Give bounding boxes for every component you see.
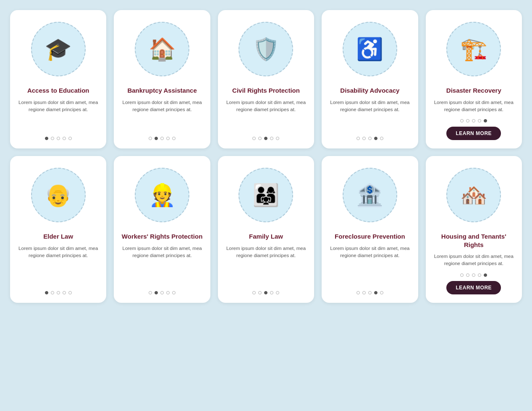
card-body-disability-advocacy: Lorem ipsum dolor sit dim amet, mea regi… [328, 99, 411, 114]
card-body-family-law: Lorem ipsum dolor sit dim amet, mea regi… [225, 245, 307, 260]
card-title-disaster-recovery: Disaster Recovery [446, 86, 501, 95]
card-elder-law: 👴Elder LawLorem ipsum dolor sit dim amet… [10, 156, 106, 303]
card-dots-disability-advocacy[interactable] [356, 137, 383, 140]
card-bankruptcy-assistance: 🏠Bankruptcy AssistanceLorem ipsum dolor … [114, 10, 210, 148]
card-icon-foreclosure-prevention: 🏦 [343, 168, 397, 222]
card-title-access-to-education: Access to Education [27, 86, 89, 95]
card-icon-area-elder-law: 👴 [27, 164, 90, 226]
dot-4[interactable] [484, 273, 487, 277]
dot-1[interactable] [155, 137, 158, 140]
card-dots-bankruptcy-assistance[interactable] [149, 137, 176, 140]
card-disability-advocacy: ♿Disability AdvocacyLorem ipsum dolor si… [322, 10, 418, 148]
dot-3[interactable] [63, 137, 66, 140]
card-body-bankruptcy-assistance: Lorem ipsum dolor sit dim amet, mea regi… [121, 99, 203, 114]
card-icon-area-access-to-education: 🎓 [27, 18, 90, 81]
dot-4[interactable] [172, 291, 176, 294]
dot-1[interactable] [51, 137, 54, 140]
card-icon-area-disaster-recovery: 🏗️ [442, 18, 505, 81]
dot-3[interactable] [478, 273, 481, 277]
card-dots-family-law[interactable] [252, 291, 279, 294]
card-body-housing-tenants-rights: Lorem ipsum dolor sit dim amet, mea regi… [432, 253, 515, 268]
dot-1[interactable] [258, 137, 262, 140]
dot-0[interactable] [45, 137, 48, 140]
dot-1[interactable] [362, 291, 366, 294]
card-icon-access-to-education: 🎓 [31, 22, 86, 76]
dot-0[interactable] [149, 137, 152, 140]
card-title-disability-advocacy: Disability Advocacy [340, 86, 399, 95]
card-body-access-to-education: Lorem ipsum dolor sit dim amet, mea regi… [17, 99, 100, 114]
card-title-elder-law: Elder Law [43, 232, 73, 241]
card-title-foreclosure-prevention: Foreclosure Prevention [335, 232, 405, 241]
dot-3[interactable] [270, 291, 273, 294]
dot-1[interactable] [51, 291, 54, 294]
card-body-disaster-recovery: Lorem ipsum dolor sit dim amet, mea regi… [432, 99, 515, 114]
card-icon-disaster-recovery: 🏗️ [446, 22, 501, 76]
dot-3[interactable] [63, 291, 66, 294]
dot-3[interactable] [374, 137, 377, 140]
dot-1[interactable] [362, 137, 366, 140]
dot-2[interactable] [472, 273, 475, 277]
learn-more-button-housing-tenants-rights[interactable]: LEARN MORE [446, 281, 501, 294]
dot-3[interactable] [166, 291, 170, 294]
dot-4[interactable] [68, 137, 72, 140]
card-dots-workers-rights-protection[interactable] [149, 291, 176, 294]
learn-more-button-disaster-recovery[interactable]: LEARN MORE [446, 127, 501, 140]
card-family-law: 👨‍👩‍👧Family LawLorem ipsum dolor sit dim… [218, 156, 314, 303]
dot-2[interactable] [264, 137, 267, 140]
dot-0[interactable] [252, 137, 256, 140]
dot-2[interactable] [368, 291, 372, 294]
dot-3[interactable] [478, 119, 481, 122]
card-icon-workers-rights-protection: 👷 [135, 168, 189, 222]
dot-4[interactable] [484, 119, 487, 122]
dot-4[interactable] [276, 137, 279, 140]
dot-1[interactable] [155, 291, 158, 294]
card-body-foreclosure-prevention: Lorem ipsum dolor sit dim amet, mea regi… [328, 245, 411, 260]
card-dots-elder-law[interactable] [45, 291, 72, 294]
card-housing-tenants-rights: 🏘️Housing and Tenants' RightsLorem ipsum… [426, 156, 522, 303]
dot-2[interactable] [368, 137, 372, 140]
card-foreclosure-prevention: 🏦Foreclosure PreventionLorem ipsum dolor… [322, 156, 418, 303]
card-dots-access-to-education[interactable] [45, 137, 72, 140]
dot-4[interactable] [172, 137, 176, 140]
dot-2[interactable] [57, 137, 60, 140]
dot-1[interactable] [258, 291, 262, 294]
dot-2[interactable] [264, 291, 267, 294]
card-dots-disaster-recovery[interactable] [460, 119, 487, 122]
dot-1[interactable] [466, 273, 469, 277]
dot-3[interactable] [270, 137, 273, 140]
card-icon-elder-law: 👴 [31, 168, 86, 222]
card-dots-civil-rights-protection[interactable] [252, 137, 279, 140]
dot-0[interactable] [356, 137, 360, 140]
card-icon-area-bankruptcy-assistance: 🏠 [131, 18, 194, 81]
card-civil-rights-protection: 🛡️Civil Rights ProtectionLorem ipsum dol… [218, 10, 314, 148]
card-icon-housing-tenants-rights: 🏘️ [446, 168, 501, 222]
dot-0[interactable] [149, 291, 152, 294]
card-workers-rights-protection: 👷Workers' Rights ProtectionLorem ipsum d… [114, 156, 210, 303]
dot-2[interactable] [160, 291, 164, 294]
card-icon-area-workers-rights-protection: 👷 [131, 164, 194, 226]
dot-0[interactable] [460, 273, 464, 277]
card-icon-civil-rights-protection: 🛡️ [238, 22, 293, 76]
dot-4[interactable] [380, 137, 383, 140]
dot-3[interactable] [166, 137, 170, 140]
card-icon-area-disability-advocacy: ♿ [338, 18, 401, 81]
card-dots-housing-tenants-rights[interactable] [460, 273, 487, 277]
dot-4[interactable] [68, 291, 72, 294]
dot-3[interactable] [374, 291, 377, 294]
dot-2[interactable] [160, 137, 164, 140]
dot-0[interactable] [460, 119, 464, 122]
dot-0[interactable] [252, 291, 256, 294]
card-dots-foreclosure-prevention[interactable] [356, 291, 383, 294]
dot-0[interactable] [45, 291, 48, 294]
dot-4[interactable] [380, 291, 383, 294]
card-icon-bankruptcy-assistance: 🏠 [135, 22, 189, 76]
dot-0[interactable] [356, 291, 360, 294]
dot-2[interactable] [57, 291, 60, 294]
card-disaster-recovery: 🏗️Disaster RecoveryLorem ipsum dolor sit… [426, 10, 522, 148]
card-title-bankruptcy-assistance: Bankruptcy Assistance [127, 86, 197, 95]
card-icon-area-civil-rights-protection: 🛡️ [234, 18, 297, 81]
dot-4[interactable] [276, 291, 279, 294]
card-icon-disability-advocacy: ♿ [343, 22, 397, 76]
dot-1[interactable] [466, 119, 469, 122]
dot-2[interactable] [472, 119, 475, 122]
